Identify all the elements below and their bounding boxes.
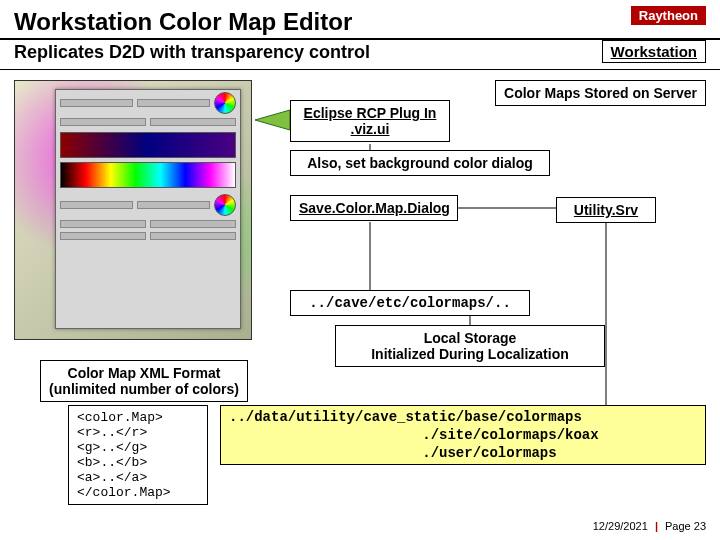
xml-l3: <b>..</b> xyxy=(77,455,199,470)
xml-l1: <r>..</r> xyxy=(77,425,199,440)
utility-srv-box: Utility.Srv xyxy=(556,197,656,223)
footer-date: 12/29/2021 xyxy=(593,520,648,532)
local-storage-box: Local Storage Initialized During Localiz… xyxy=(335,325,605,367)
xml-format-box: Color Map XML Format (unlimited number o… xyxy=(40,360,248,402)
xml-l4: <a>..</a> xyxy=(77,470,199,485)
eclipse-plugin-box: Eclipse RCP Plug In .viz.ui xyxy=(290,100,450,142)
page-title: Workstation Color Map Editor xyxy=(0,0,720,36)
xml-l2: <g>..</g> xyxy=(77,440,199,455)
xml-code-box: <color.Map> <r>..</r> <g>..</g> <b>..</b… xyxy=(68,405,208,505)
save-dialog-box: Save.Color.Map.Dialog xyxy=(290,195,458,221)
dp-1: ./site/colormaps/koax xyxy=(229,426,697,444)
data-paths-box: ../data/utility/cave_static/base/colorma… xyxy=(220,405,706,465)
dp-0: ../data/utility/cave_static/base/colorma… xyxy=(229,408,697,426)
eclipse-line2: .viz.ui xyxy=(351,121,390,137)
utility-srv-text: Utility.Srv xyxy=(574,202,638,218)
workstation-box: Workstation xyxy=(602,40,706,63)
dp-2: ./user/colormaps xyxy=(229,444,697,462)
xml-l0: <color.Map> xyxy=(77,410,199,425)
xml-l5: </color.Map> xyxy=(77,485,199,500)
footer-sep: | xyxy=(655,520,658,532)
local-storage-l2: Initialized During Localization xyxy=(371,346,569,362)
brand-logo: Raytheon xyxy=(631,6,706,25)
footer: 12/29/2021 | Page 23 xyxy=(593,520,706,532)
local-storage-l1: Local Storage xyxy=(424,330,517,346)
svg-marker-0 xyxy=(255,110,290,130)
editor-screenshot xyxy=(14,80,252,340)
eclipse-line1: Eclipse RCP Plug In xyxy=(304,105,437,121)
xml-format-l1: Color Map XML Format xyxy=(68,365,221,381)
footer-page: Page 23 xyxy=(665,520,706,532)
save-dialog-text: Save.Color.Map.Dialog xyxy=(299,200,450,216)
also-dialog-box: Also, set background color dialog xyxy=(290,150,550,176)
xml-format-l2: (unlimited number of colors) xyxy=(49,381,239,397)
server-storage-label: Color Maps Stored on Server xyxy=(495,80,706,106)
cave-path-box: ../cave/etc/colormaps/.. xyxy=(290,290,530,316)
